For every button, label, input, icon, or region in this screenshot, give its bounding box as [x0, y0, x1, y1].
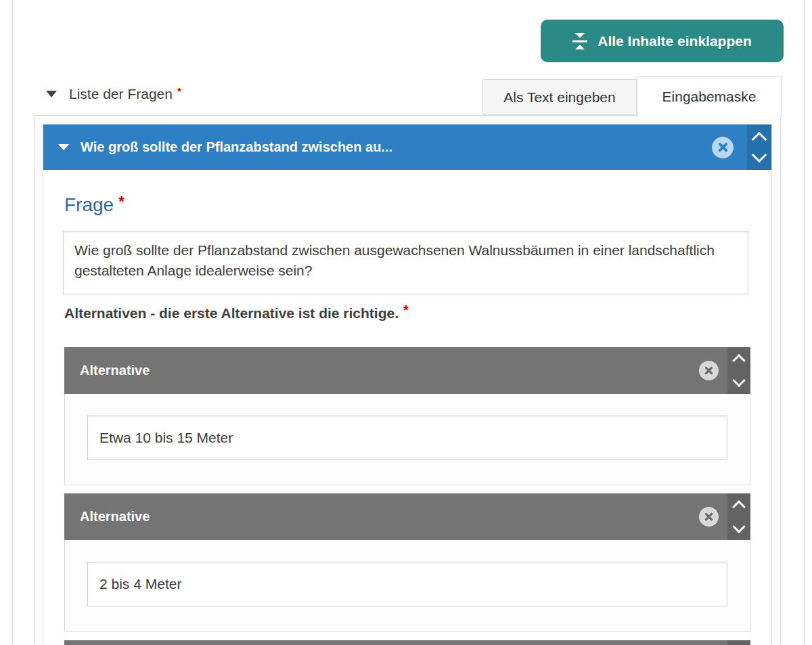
- alternative-header-title: Alternative: [80, 509, 692, 525]
- alternative-item-1: Alternative: [64, 347, 750, 485]
- collapse-all-button[interactable]: Alle Inhalte einklappen: [541, 20, 784, 62]
- alternative-close-icon[interactable]: [699, 361, 719, 380]
- collapse-all-button-label: Alle Inhalte einklappen: [597, 33, 752, 49]
- frage-label: Frage*: [64, 194, 125, 216]
- question-close-icon[interactable]: [712, 137, 734, 158]
- question-move-controls: [747, 125, 771, 170]
- page-container: Alle Inhalte einklappen Liste der Fragen…: [0, 0, 812, 645]
- required-marker: *: [177, 85, 181, 97]
- right-border-line: [804, 0, 805, 645]
- question-header-main[interactable]: Wie groß sollte der Pflanzabstand zwisch…: [43, 125, 704, 170]
- chevron-down-icon[interactable]: [732, 520, 746, 533]
- alternative-item-3: Alternative: [64, 640, 750, 645]
- alternative-move-controls: [727, 493, 750, 540]
- tab-als-text-eingeben[interactable]: Als Text eingeben: [482, 79, 637, 115]
- alternatives-label-text: Alternativen - die erste Alternative ist…: [64, 305, 399, 321]
- alternative-header[interactable]: Alternative: [64, 347, 750, 394]
- alternative-header[interactable]: Alternative: [64, 493, 750, 540]
- question-header[interactable]: Wie groß sollte der Pflanzabstand zwisch…: [43, 125, 771, 170]
- alternatives-label: Alternativen - die erste Alternative ist…: [64, 305, 409, 321]
- collapse-vertical-icon: [572, 32, 587, 50]
- chevron-up-icon[interactable]: [732, 354, 746, 368]
- alternative-header[interactable]: Alternative: [64, 640, 750, 645]
- alternative-header-title: Alternative: [80, 363, 692, 378]
- frage-textarea[interactable]: Wie groß sollte der Pflanzabstand zwisch…: [63, 231, 748, 294]
- required-marker: *: [118, 193, 125, 210]
- caret-down-icon: [58, 144, 69, 150]
- alternative-item-2: Alternative: [64, 493, 750, 632]
- tab-label: Als Text eingeben: [503, 89, 615, 106]
- alternative-body: [64, 540, 750, 632]
- alternative-move-controls: [727, 640, 750, 645]
- alternative-move-controls: [727, 347, 750, 394]
- chevron-up-icon[interactable]: [752, 132, 767, 148]
- alternative-input[interactable]: [87, 416, 727, 460]
- caret-down-icon: [46, 91, 57, 97]
- tab-label: Eingabemaske: [662, 89, 757, 105]
- alternative-body: [64, 394, 750, 485]
- liste-der-fragen-panel: Wie groß sollte der Pflanzabstand zwisch…: [34, 115, 781, 645]
- alternative-input[interactable]: [87, 562, 727, 606]
- chevron-up-icon[interactable]: [732, 500, 746, 514]
- required-marker: *: [403, 303, 409, 317]
- tab-eingabemaske[interactable]: Eingabemaske: [637, 76, 782, 117]
- section-toggle-liste-der-fragen[interactable]: Liste der Fragen *: [46, 84, 181, 104]
- question-item: Wie groß sollte der Pflanzabstand zwisch…: [43, 124, 772, 645]
- question-header-title: Wie groß sollte der Pflanzabstand zwisch…: [81, 139, 392, 155]
- frage-label-text: Frage: [64, 194, 114, 215]
- alternative-close-icon[interactable]: [699, 507, 719, 527]
- left-border-line: [12, 0, 13, 645]
- chevron-down-icon[interactable]: [732, 374, 746, 387]
- section-label: Liste der Fragen: [69, 86, 173, 102]
- chevron-down-icon[interactable]: [752, 148, 767, 163]
